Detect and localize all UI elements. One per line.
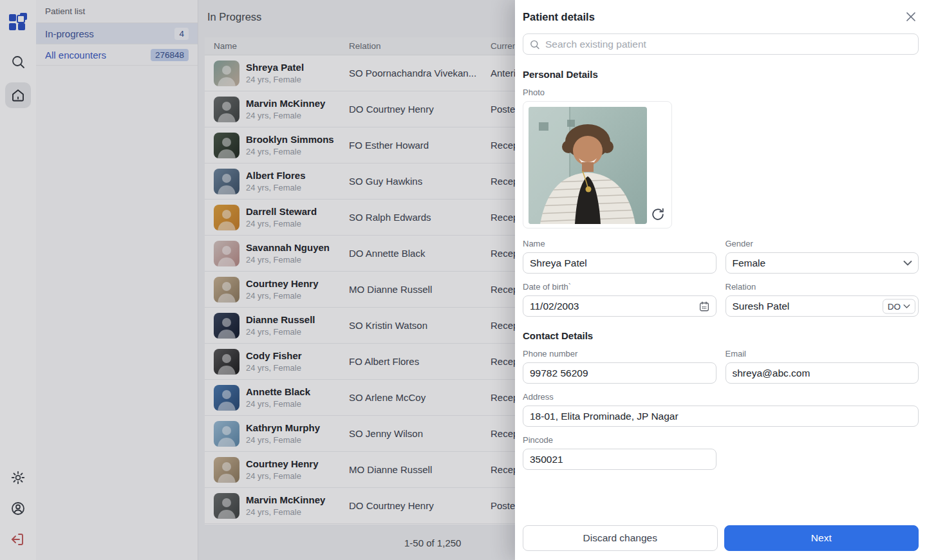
panel-title: Patient details (523, 11, 595, 23)
dob-field-wrap[interactable] (523, 295, 716, 317)
patient-details-panel: Patient details Personal Details Photo (515, 0, 927, 560)
pincode-field[interactable] (523, 449, 716, 470)
gender-label: Gender (726, 239, 919, 248)
dob-field[interactable] (523, 295, 716, 317)
search-existing-patient-input[interactable] (523, 33, 919, 55)
address-field[interactable] (523, 406, 919, 427)
refresh-photo-icon[interactable] (650, 206, 666, 223)
gender-select[interactable] (726, 252, 919, 274)
address-label: Address (523, 392, 919, 402)
chevron-down-icon (903, 304, 910, 308)
discard-changes-button[interactable]: Discard changes (523, 525, 718, 551)
email-field[interactable] (726, 362, 919, 384)
close-icon[interactable] (903, 9, 919, 24)
photo-card[interactable] (523, 101, 672, 229)
relation-label: Relation (726, 282, 919, 292)
photo-label: Photo (523, 88, 919, 97)
phone-field[interactable] (523, 362, 716, 384)
phone-label: Phone number (523, 349, 716, 359)
search-icon (529, 39, 540, 50)
section-contact-details: Contact Details (523, 330, 919, 341)
email-label: Email (726, 349, 919, 359)
dob-label: Date of birth` (523, 282, 716, 292)
name-field[interactable] (523, 252, 716, 274)
patient-photo (529, 107, 647, 224)
next-button[interactable]: Next (724, 525, 919, 551)
name-label: Name (523, 239, 716, 248)
relation-field-wrap: DO (726, 295, 919, 317)
section-personal-details: Personal Details (523, 69, 919, 80)
relation-type-select[interactable]: DO (883, 299, 915, 313)
pincode-label: Pincode (523, 435, 716, 445)
